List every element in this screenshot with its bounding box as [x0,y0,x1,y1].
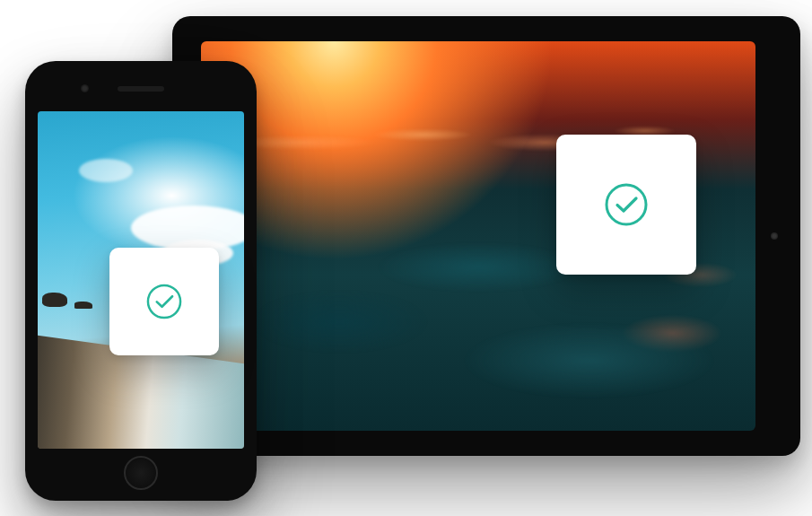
svg-point-1 [148,285,180,318]
check-circle-icon [601,179,651,230]
device-mockup-stage [0,0,812,516]
phone-wallpaper [79,159,133,182]
check-circle-icon [144,281,185,322]
phone-success-badge [109,248,219,355]
phone-wallpaper [42,293,67,307]
phone-camera-icon [81,84,89,92]
phone-home-button[interactable] [124,456,158,490]
phone-speaker-icon [118,86,164,92]
tablet-camera-icon [771,232,778,240]
tablet-device [172,16,800,456]
svg-point-0 [607,185,646,224]
tablet-success-badge [556,135,696,275]
phone-device [25,61,257,501]
